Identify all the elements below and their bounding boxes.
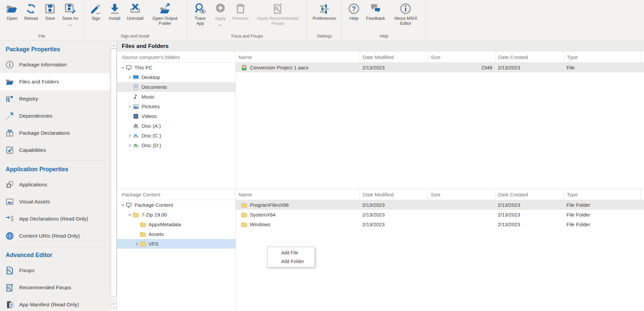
- sidebar-item-applications[interactable]: Applications: [0, 176, 110, 193]
- uninstall-button[interactable]: Uninstall: [124, 1, 146, 22]
- tree-item-assets[interactable]: Assets: [117, 229, 235, 239]
- column-header-date-created[interactable]: Date Created: [495, 189, 564, 200]
- scroll-down-icon[interactable]: ▼: [111, 301, 117, 307]
- chevron-down-icon: [120, 202, 126, 208]
- scroll-up-icon[interactable]: ▲: [111, 42, 117, 48]
- tree-item-desktop[interactable]: Desktop: [117, 72, 235, 82]
- tree-item-label: Music: [142, 94, 155, 100]
- tree-item-music[interactable]: Music: [117, 92, 235, 102]
- floppy-drive-icon: [133, 123, 139, 129]
- ribbon-group-settings: PreferencesSettings: [307, 0, 342, 40]
- preferences-button[interactable]: Preferences: [310, 1, 339, 22]
- uninstall-label: Uninstall: [127, 16, 144, 21]
- file-date-modified: 2/13/2023: [360, 65, 428, 70]
- capabilities-icon: [5, 146, 14, 154]
- scrollbar-thumb[interactable]: [111, 49, 117, 296]
- sidebar-item-package-information[interactable]: Package Information: [0, 56, 110, 73]
- column-header-name[interactable]: Name: [236, 52, 360, 63]
- about-msix-editor-button[interactable]: About MSIX Editor: [388, 1, 423, 27]
- file-row-conversion-project-1-aacx[interactable]: Conversion Project 1.aacx2/13/202323462/…: [236, 63, 644, 72]
- file-date-created: 2/13/2023: [495, 202, 564, 208]
- tree-item-label: 7-Zip 19.00: [142, 212, 167, 217]
- tree-item-pictures[interactable]: Pictures: [117, 102, 235, 111]
- tree-item-videos[interactable]: Videos: [117, 111, 235, 121]
- apply-recommended-fixups-button[interactable]: Apply Recommended Fixups: [251, 1, 304, 27]
- context-menu-item-add-folder[interactable]: Add Folder: [267, 257, 315, 266]
- column-header-date-created[interactable]: Date Created: [495, 52, 564, 63]
- save-as-button[interactable]: Save As: [59, 1, 81, 28]
- sidebar-item-app-manifest-read-only[interactable]: App Manifest (Read Only): [0, 296, 110, 311]
- sign-button[interactable]: Sign: [87, 1, 105, 22]
- folder-icon: [241, 202, 247, 208]
- sidebar-item-recommended-fixups[interactable]: Recommended Fixups: [0, 279, 110, 296]
- applications-icon: [5, 180, 14, 189]
- recommended-fixups-icon: [5, 283, 14, 292]
- column-header-size[interactable]: Size: [428, 52, 495, 63]
- page-title: Files and Folders: [117, 43, 169, 50]
- file-row-windows[interactable]: Windows2/13/20232/13/2023File Folder: [236, 220, 644, 229]
- app-declarations-icon: [5, 214, 14, 223]
- context-menu-item-add-file[interactable]: Add File: [267, 248, 315, 257]
- sidebar-item-files-and-folders[interactable]: Files and Folders: [0, 73, 110, 90]
- file-date-created: 2/13/2023: [495, 65, 564, 70]
- sidebar-item-capabilities[interactable]: Capabilities: [0, 141, 110, 159]
- install-label: Install: [109, 16, 120, 21]
- about-icon: [399, 3, 412, 15]
- sidebar-item-app-declarations-read-only[interactable]: App Declarations (Read Only): [0, 210, 110, 227]
- trace-app-button[interactable]: Trace App: [190, 1, 211, 27]
- open-output-folder-button[interactable]: Open Output Folder: [146, 1, 184, 27]
- save-button[interactable]: Save: [41, 1, 59, 22]
- page-title-bar: Files and Folders: [117, 41, 644, 52]
- file-name-cell: ProgramFilesX86: [236, 202, 360, 208]
- reload-button[interactable]: Reload: [21, 1, 41, 22]
- sidebar-item-label: Applications: [19, 182, 47, 188]
- tree-item-label: Disc (D:): [142, 142, 161, 148]
- file-row-systemx64[interactable]: SystemX642/13/20232/13/2023File Folder: [236, 210, 644, 220]
- disk-drive-d-icon: [133, 142, 139, 148]
- sidebar-item-visual-assets[interactable]: Visual Assets: [0, 193, 110, 210]
- chevron-spacer: [127, 123, 133, 129]
- column-header-size[interactable]: Size: [428, 189, 495, 200]
- file-row-programfilesx86[interactable]: ProgramFilesX862/13/20232/13/2023File Fo…: [236, 200, 644, 210]
- apply-button[interactable]: Apply: [211, 1, 230, 28]
- tree-item-label: This PC: [135, 65, 152, 70]
- tree-item-this-pc[interactable]: This PC: [117, 63, 235, 72]
- help-button[interactable]: ?Help: [344, 1, 363, 22]
- install-button[interactable]: Install: [105, 1, 124, 22]
- sidebar-item-registry[interactable]: Registry: [0, 90, 110, 107]
- file-name: Windows: [250, 222, 270, 227]
- sidebar-scrollbar[interactable]: ▲ ▼: [110, 41, 117, 311]
- tree-item-documents[interactable]: Documents: [117, 82, 235, 92]
- uninstall-icon: [129, 3, 141, 15]
- column-header-date-modified[interactable]: Date Modified: [360, 189, 428, 200]
- tree-item-appxmetadata[interactable]: AppxMetadata: [117, 220, 235, 229]
- column-header-date-modified[interactable]: Date Modified: [360, 52, 428, 63]
- tree-item-disc-c[interactable]: Disc (C:): [117, 131, 235, 140]
- sidebar-item-content-uris-read-only[interactable]: Content URIs (Read Only): [0, 227, 110, 244]
- feedback-button[interactable]: Feedback: [363, 1, 388, 22]
- sidebar-item-package-declarations[interactable]: Package Declarations: [0, 124, 110, 141]
- column-header-name[interactable]: Name: [236, 189, 360, 200]
- column-header-type[interactable]: Type: [564, 189, 641, 200]
- ribbon-group-file: OpenReloadSaveSave AsFile: [0, 0, 84, 40]
- source-files-column-header: NameDate ModifiedSizeDate CreatedType: [236, 52, 644, 63]
- file-size: 2346: [428, 65, 495, 70]
- tree-item-package-content[interactable]: Package Content: [117, 200, 235, 210]
- sidebar-item-label: App Manifest (Read Only): [19, 302, 79, 308]
- tree-item-vfs[interactable]: VFS: [117, 239, 235, 249]
- tree-item-disc-d[interactable]: Disc (D:): [117, 140, 235, 150]
- column-header-type[interactable]: Type: [564, 52, 641, 63]
- msix-editor-window: { "colors": { "accent": "#1e6bb4", "head…: [0, 0, 644, 311]
- package-files-column-header: NameDate ModifiedSizeDate CreatedType: [236, 189, 644, 200]
- sidebar-item-fixups[interactable]: Fixups: [0, 262, 110, 279]
- open-button[interactable]: Open: [3, 1, 21, 22]
- sidebar-item-label: Content URIs (Read Only): [19, 233, 80, 239]
- ribbon-group-label: Sign and Install: [87, 33, 184, 40]
- tree-item-7-zip-19-00[interactable]: 7-Zip 19.00: [117, 210, 235, 220]
- chevron-right-icon: [127, 74, 133, 80]
- svg-text:?: ?: [352, 5, 356, 12]
- tree-item-disc-a[interactable]: Disc (A:): [117, 121, 235, 131]
- sidebar-item-dependencies[interactable]: Dependencies: [0, 107, 110, 124]
- file-name: SystemX64: [250, 212, 276, 217]
- remove-button[interactable]: Remove: [230, 1, 251, 22]
